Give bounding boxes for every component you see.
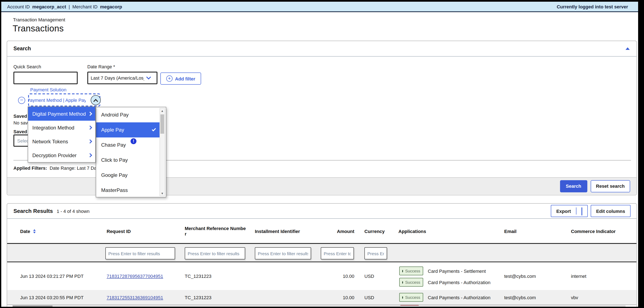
table-row[interactable]: Jun 13 2024 03:21:27 PM PDT 718317287695… [7, 262, 636, 290]
payment-solution-chip[interactable]: Payment Method | Apple Pay [28, 93, 100, 106]
chevron-right-icon [88, 112, 92, 116]
status-dot-icon [402, 281, 403, 284]
payment-solution-chip-label: Payment Solution [30, 87, 66, 92]
option-chase-pay[interactable]: Chase Pay [96, 138, 160, 153]
chevron-right-icon [88, 139, 92, 144]
status-badge: Success [399, 278, 423, 287]
filter-input-merchant-reference[interactable] [185, 247, 245, 259]
cell-email: test@cybs.com [504, 274, 536, 279]
cell-amount: 10.00 [316, 295, 354, 300]
filter-input-amount[interactable] [321, 247, 354, 259]
reset-search-button[interactable]: Reset search [590, 180, 630, 192]
scroll-down-icon[interactable]: ▼ [160, 192, 164, 195]
cell-date: Jun 13 2024 03:20:55 PM PDT [20, 295, 84, 300]
application-window: Account ID megacorp_acct | Merchant ID m… [0, 0, 644, 308]
cell-merchant-reference: TC_1231223 [185, 274, 212, 279]
page-title: Transactions [12, 23, 64, 33]
submenu-scrollbar[interactable]: ▲ ▼ [160, 108, 165, 196]
table-header-row: Date Request ID Merchant Reference Numbe… [7, 219, 636, 244]
add-filter-button[interactable]: + Add filter [160, 72, 201, 85]
table-filter-row [7, 244, 636, 262]
server-status: Currently logged into test server [557, 4, 628, 9]
date-range-value: Last 7 Days (America/Los_Angeles) [91, 75, 144, 80]
scroll-up-icon[interactable]: ▲ [160, 109, 164, 112]
application-label: Card Payments - Settlement [428, 268, 520, 273]
status-dot-icon [402, 296, 403, 299]
merchant-id-value: megacorp [100, 4, 122, 9]
checkmark-icon [152, 127, 156, 131]
menu-item-decryption-provider[interactable]: Decryption Provider [28, 148, 95, 162]
frame-border [0, 0, 1, 308]
menu-item-digital-payment-method[interactable]: Digital Payment Method [28, 107, 95, 121]
column-header-email: Email [504, 219, 516, 244]
filter-input-currency[interactable] [364, 247, 387, 259]
application-entry: Success Card Payments - Settlement [399, 267, 423, 275]
cell-merchant-reference: TC_1231223 [185, 295, 212, 300]
option-apple-pay[interactable]: Apple Pay [96, 122, 160, 138]
application-entry: Success Card Payments - Authorization [399, 293, 423, 302]
menu-item-integration-method[interactable]: Integration Method [28, 121, 95, 135]
edit-columns-button[interactable]: Edit columns [591, 205, 630, 217]
cell-commerce: vbv [571, 295, 578, 300]
top-info-bar: Account ID megacorp_acct | Merchant ID m… [1, 2, 638, 12]
sort-icon[interactable] [33, 229, 36, 233]
quick-search-input[interactable] [14, 72, 78, 84]
cell-request-id-link[interactable]: 7183172876956377004951 [107, 274, 163, 279]
column-header-date[interactable]: Date [20, 219, 36, 244]
option-click-to-pay[interactable]: Click to Pay [96, 153, 160, 168]
chevron-right-icon [88, 153, 92, 157]
column-header-applications: Applications [398, 219, 426, 244]
cell-commerce: internet [571, 274, 586, 279]
collapse-caret-icon[interactable] [626, 47, 630, 50]
table-row[interactable]: Jun 13 2024 03:20:55 PM PDT 718317255313… [7, 290, 636, 305]
filter-option-submenu: Android Pay Apple Pay Chase Pay Click to… [96, 107, 166, 197]
application-entry: Success Card Payments - Authorization [399, 278, 423, 287]
column-header-commerce: Commerce Indicator [571, 219, 616, 244]
account-id-value: megacorp_acct [32, 4, 66, 9]
alert-exclamation-icon: ! [130, 138, 136, 144]
scrollbar-thumb[interactable] [160, 114, 164, 134]
export-split-button[interactable]: Export [551, 205, 588, 217]
chip-value: Payment Method | Apple Pay [28, 97, 86, 102]
column-header-currency: Currency [364, 219, 385, 244]
column-header-installment: Installment Identifier [255, 219, 300, 244]
filter-input-installment[interactable] [255, 247, 311, 259]
chevron-down-icon [146, 75, 151, 80]
column-header-merchant-reference: Merchant Reference Number [185, 219, 246, 244]
column-header-amount: Amount [316, 219, 354, 244]
merchant-id-label: Merchant ID [72, 4, 98, 9]
quick-search-label: Quick Search [14, 64, 41, 69]
status-badge: Success [399, 293, 423, 302]
option-masterpass[interactable]: MasterPass [96, 183, 160, 198]
account-id-label: Account ID [7, 4, 30, 9]
option-android-pay[interactable]: Android Pay [96, 107, 160, 122]
date-range-label: Date Range * [87, 64, 115, 69]
frame-border [638, 0, 644, 308]
chevron-down-icon [582, 207, 582, 215]
search-button[interactable]: Search [560, 180, 587, 192]
menu-item-network-tokens[interactable]: Network Tokens [28, 135, 95, 148]
breadcrumb: Transaction Management [13, 17, 65, 22]
plus-circle-icon: + [166, 75, 172, 82]
search-panel-header[interactable]: Search [7, 41, 636, 57]
applied-filters: Applied Filters: Date Range: Last 7 Days [14, 165, 101, 170]
remove-filter-icon[interactable]: − [18, 97, 25, 104]
column-header-request-id: Request ID [107, 219, 131, 244]
frame-border [0, 0, 644, 2]
filter-input-request-id[interactable] [105, 247, 175, 259]
results-count: 1 - 4 of 4 shown [57, 208, 90, 213]
export-button[interactable]: Export [551, 208, 576, 213]
chevron-up-icon [94, 99, 98, 104]
cell-email: test@cybs.com [504, 295, 536, 300]
cell-request-id-link[interactable]: 7183172553136369104951 [107, 295, 163, 300]
cell-amount: 10.00 [316, 274, 354, 279]
cell-currency: USD [364, 274, 374, 279]
application-label: Card Payments - Authorization [428, 280, 520, 285]
option-google-pay[interactable]: Google Pay [96, 168, 160, 183]
status-badge: Success [399, 267, 423, 275]
chevron-right-icon [88, 126, 92, 130]
export-menu-button[interactable] [576, 207, 587, 215]
date-range-select[interactable]: Last 7 Days (America/Los_Angeles) [87, 72, 158, 84]
results-title: Search Results [14, 208, 53, 214]
chip-collapse-button[interactable] [91, 95, 101, 105]
